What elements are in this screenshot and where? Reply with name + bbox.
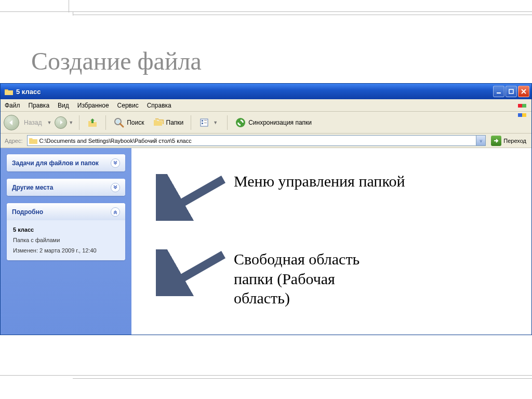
address-field[interactable]: C:\Documents and Settings\Raybook\Рабочи… <box>27 135 486 146</box>
up-folder-icon <box>87 117 98 128</box>
slide-title: Создание файла <box>31 47 202 75</box>
sync-icon <box>235 117 246 128</box>
collapse-icon[interactable] <box>111 207 120 217</box>
details-type: Папка с файлами <box>13 236 119 245</box>
sync-button[interactable]: Синхронизация папки <box>231 114 315 131</box>
titlebar[interactable]: 5 класс <box>1 84 531 99</box>
address-label: Адрес: <box>3 138 25 144</box>
back-button[interactable] <box>4 115 19 130</box>
folder-icon <box>29 137 37 144</box>
folder-icon <box>5 88 13 95</box>
go-button[interactable]: Переход <box>488 135 529 147</box>
go-arrow-icon <box>491 136 501 146</box>
details-panel: Подробно 5 класс Папка с файлами Изменен… <box>7 203 125 260</box>
slide-top-decoration <box>0 0 532 21</box>
menu-help[interactable]: Справка <box>143 101 176 110</box>
tasks-panel-header: Задачи для файлов и папок <box>12 159 99 167</box>
svg-rect-6 <box>204 120 207 121</box>
annotation-menu: Меню управления папкой <box>234 171 405 191</box>
folders-icon <box>153 117 164 128</box>
close-button[interactable] <box>518 86 529 97</box>
toolbar: Назад ▼ ▼ Поиск <box>1 112 531 134</box>
search-icon <box>113 117 125 128</box>
svg-point-3 <box>116 119 120 124</box>
sidepane: Задачи для файлов и папок Другие места <box>1 148 131 335</box>
windows-logo-icon <box>518 100 528 110</box>
annotation-workspace: Свободная область папки (Рабочая область… <box>234 249 360 308</box>
menu-tools[interactable]: Сервис <box>113 101 143 110</box>
menubar: Файл Правка Вид Избранное Сервис Справка <box>1 99 531 112</box>
views-icon <box>198 117 210 128</box>
details-modified: Изменен: 2 марта 2009 г., 12:40 <box>13 246 119 255</box>
addressbar: Адрес: C:\Documents and Settings\Raybook… <box>1 134 531 148</box>
folders-button[interactable]: Папки <box>149 114 188 131</box>
go-label: Переход <box>503 138 526 144</box>
svg-line-11 <box>169 255 223 286</box>
folders-label: Папки <box>166 119 184 126</box>
svg-rect-0 <box>497 92 501 94</box>
arrow-2 <box>156 249 229 296</box>
views-button[interactable]: ▼ <box>195 114 223 131</box>
expand-icon[interactable] <box>111 183 120 192</box>
menu-favorites[interactable]: Избранное <box>73 101 113 110</box>
svg-line-10 <box>169 179 223 210</box>
svg-rect-8 <box>204 123 207 123</box>
svg-rect-1 <box>509 89 513 94</box>
back-drop-icon[interactable]: ▼ <box>47 120 51 125</box>
svg-rect-5 <box>202 120 203 122</box>
minimize-button[interactable] <box>493 86 504 97</box>
address-dropdown-icon[interactable]: v <box>476 136 485 145</box>
search-button[interactable]: Поиск <box>110 114 148 131</box>
expand-icon[interactable] <box>111 158 120 168</box>
svg-point-9 <box>236 118 245 127</box>
maximize-button[interactable] <box>506 86 517 97</box>
up-button[interactable] <box>83 114 102 131</box>
other-places-header: Другие места <box>12 184 53 191</box>
address-value: C:\Documents and Settings\Raybook\Рабочи… <box>39 138 476 144</box>
menu-file[interactable]: Файл <box>1 101 24 110</box>
menu-edit[interactable]: Правка <box>24 101 54 110</box>
details-header: Подробно <box>12 208 43 216</box>
window-title: 5 класс <box>16 88 41 96</box>
sync-label: Синхронизация папки <box>248 119 312 126</box>
slide-bottom-decoration-2 <box>73 378 532 379</box>
slide-bottom-decoration <box>0 375 532 376</box>
menu-view[interactable]: Вид <box>54 101 73 110</box>
back-label: Назад <box>20 116 45 129</box>
svg-rect-7 <box>202 123 203 124</box>
forward-button[interactable] <box>55 116 67 129</box>
tasks-panel: Задачи для файлов и папок <box>7 154 125 171</box>
other-places-panel: Другие места <box>7 179 125 196</box>
arrow-1 <box>156 174 229 221</box>
forward-drop-icon[interactable]: ▼ <box>69 120 73 125</box>
search-label: Поиск <box>127 119 144 126</box>
details-name: 5 класс <box>13 225 119 234</box>
